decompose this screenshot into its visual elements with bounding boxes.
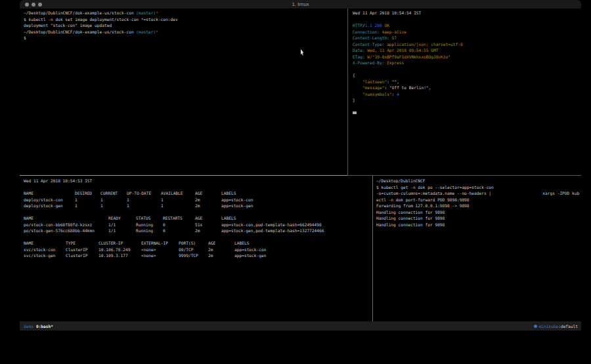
terminal-line: Handling connection for 9898 — [376, 222, 579, 228]
column-header: AGE — [208, 240, 234, 247]
table-cell: ClusterIP — [66, 253, 98, 259]
column-header: AVAILABLE — [161, 190, 195, 197]
terminal-line: ~/Desktop/DublinCNCF — [376, 178, 579, 184]
header-name: X-Powered-By: — [353, 60, 384, 65]
http-header: Content-Length:57 — [353, 35, 579, 41]
pane-divider-horizontal-right[interactable] — [347, 175, 581, 176]
terminal-window: 1. tmux ~/Desktop/DublinCNCF/dok-example… — [20, 0, 581, 331]
json-colon: : — [385, 85, 389, 90]
header-name: ETag: — [353, 54, 365, 59]
kube-namespace: :default — [558, 324, 578, 329]
json-value: "Off to Berlin!", — [389, 85, 431, 90]
table-cell: 1 — [100, 197, 127, 203]
table-cell: 1 — [161, 203, 195, 209]
pods-table: NAME READY STATUS RESTARTS AGE LABELS po… — [24, 215, 370, 234]
column-header: RESTARTS — [163, 215, 195, 222]
column-header: CURRENT — [100, 190, 127, 197]
header-value: keep-alive — [382, 30, 406, 34]
session-name[interactable]: demo — [24, 324, 33, 329]
column-header: LABELS — [234, 240, 370, 247]
header-value: 57 — [392, 35, 397, 40]
header-value: Wed, 11 Apr 2018 09:54:55 GMT — [367, 48, 438, 52]
column-header: NAME — [24, 240, 66, 247]
column-header: LABELS — [221, 190, 370, 197]
table-cell: 0 — [163, 228, 195, 234]
column-header: DESIRED — [75, 190, 100, 197]
window-titlebar[interactable]: 1. tmux — [20, 0, 581, 9]
kube-context: minikube — [538, 324, 558, 329]
pane-divider-vertical-top[interactable] — [347, 9, 348, 176]
table-cell: 1/1 — [108, 222, 136, 228]
table-cell: 2m — [195, 197, 221, 203]
table-cell: 80/TCP — [179, 247, 208, 253]
table-cell: Running — [136, 222, 163, 228]
pane-bottom-right[interactable]: ~/Desktop/DublinCNCF $ kubectl get -n do… — [376, 177, 579, 228]
table-cell: 0 — [163, 222, 195, 228]
column-header: TYPE — [66, 240, 98, 247]
table-cell: Running — [136, 228, 163, 234]
window-tab[interactable]: 0:bash* — [36, 324, 53, 329]
column-header: STATUS — [136, 215, 163, 222]
pane-top-right[interactable]: Wed 11 Apr 2018 10:54:54 IST HTTP/1.1 20… — [353, 10, 579, 116]
table-cell: app=stock-con — [234, 247, 370, 253]
column-header: READY — [108, 215, 136, 222]
column-header: NAME — [24, 190, 75, 197]
cursor-line — [353, 110, 579, 116]
table-cell: 10.106.78.249 — [98, 247, 141, 253]
mouse-cursor — [301, 49, 305, 56]
json-key: "lastseen" — [362, 79, 387, 84]
blank-line — [353, 104, 579, 110]
timestamp: Wed 11 Apr 2018 10:54:54 IST — [353, 10, 579, 16]
blank-line — [353, 16, 579, 23]
prompt-path: ~/Desktop/DublinCNCF/dok-example-us/stoc… — [24, 30, 136, 34]
pane-divider-vertical-bottom[interactable] — [372, 176, 373, 321]
services-table: NAME TYPE CLUSTER-IP EXTERNAL-IP PORT(S)… — [24, 240, 370, 259]
header-name: Connection: — [353, 30, 380, 34]
table-cell: 2m — [208, 247, 234, 253]
blank-line — [353, 66, 579, 73]
column-header: CLUSTER-IP — [98, 240, 141, 247]
table-cell: app=stock-gen — [221, 203, 370, 209]
table-cell: deploy/stock-gen — [24, 203, 75, 209]
header-value: Express — [387, 60, 404, 65]
http-header: Connection:keep-alive — [353, 29, 579, 35]
status-bar-left: demo 0:bash* — [24, 324, 53, 329]
blank-line — [24, 209, 370, 216]
terminal-line: -o=custom-columns=:metadata.name --no-he… — [376, 190, 579, 197]
helm-wheel-icon — [534, 325, 537, 328]
table-cell: app=stock-con,pod-template-hash=66249449… — [221, 222, 370, 228]
git-dirty-flag: * — [156, 30, 158, 34]
http-header: X-Powered-By:Express — [353, 60, 579, 66]
table-cell: 1 — [75, 203, 100, 209]
terminal-line: Forwarding from 127.0.0.1:9898 -> 9898 — [376, 203, 579, 209]
table-cell: 1/1 — [108, 228, 136, 234]
pane-top-left[interactable]: ~/Desktop/DublinCNCF/dok-example-us/stoc… — [24, 10, 345, 41]
table-cell: 1 — [127, 203, 161, 209]
terminal-cursor — [353, 111, 357, 114]
table-cell: app=stock-gen — [234, 253, 370, 259]
header-name: Date: — [353, 48, 365, 52]
table-cell: 1 — [161, 197, 195, 203]
pane-bottom-left[interactable]: Wed 11 Apr 2018 10:54:53 IST NAME DESIRE… — [24, 177, 370, 259]
table-cell: ClusterIP — [66, 247, 98, 253]
table-cell: 51s — [195, 222, 221, 228]
column-header: AGE — [195, 215, 221, 222]
git-branch: (master) — [136, 30, 156, 34]
window-title: 1. tmux — [20, 1, 581, 7]
json-field: "message": "Off to Berlin!", — [353, 85, 579, 91]
column-header: AGE — [195, 190, 221, 197]
json-key: "message" — [362, 85, 385, 90]
deployments-table: NAME DESIRED CURRENT UP-TO-DATE AVAILABL… — [24, 190, 370, 209]
pane-divider-horizontal-left[interactable] — [20, 175, 347, 176]
table-cell: deploy/stock-con — [24, 197, 75, 203]
command-output: deployment "stock-con" image updated — [24, 22, 345, 29]
status-bar-right: minikube :default — [534, 324, 578, 329]
prompt-path: ~/Desktop/DublinCNCF/dok-example-us/stoc… — [24, 10, 136, 15]
json-field: "numsymbols": 4 — [353, 91, 579, 98]
table-cell: <none> — [141, 253, 179, 259]
prompt-line: ~/Desktop/DublinCNCF/dok-example-us/stoc… — [24, 29, 345, 35]
http-header: Date:Wed, 11 Apr 2018 09:54:55 GMT — [353, 47, 579, 54]
terminal-line: $ kubectl get -n dok po --selector=app=s… — [376, 184, 579, 191]
json-field: "lastseen": "", — [353, 79, 579, 85]
prompt-line: ~/Desktop/DublinCNCF/dok-example-us/stoc… — [24, 10, 345, 16]
